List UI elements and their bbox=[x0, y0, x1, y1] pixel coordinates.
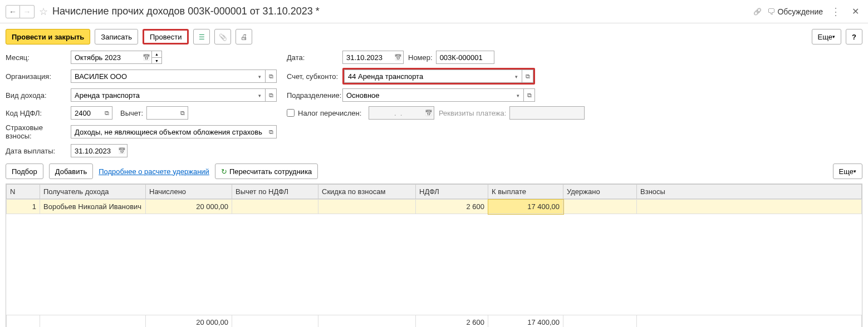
page-title: Начисление прочих доходов 003К-000001 от… bbox=[52, 6, 753, 17]
chevron-down-icon bbox=[258, 92, 261, 98]
department-label: Подразделение: bbox=[287, 91, 342, 100]
insurance-open-button[interactable] bbox=[266, 125, 277, 138]
cell-withheld[interactable] bbox=[563, 200, 637, 214]
col-n-header[interactable]: N bbox=[7, 185, 40, 199]
org-input[interactable] bbox=[71, 70, 254, 83]
ndfl-code-open-button[interactable] bbox=[101, 106, 112, 120]
open-icon bbox=[269, 92, 273, 99]
total-ndfl: 2 600 bbox=[416, 315, 488, 328]
close-icon[interactable]: ✕ bbox=[849, 6, 862, 17]
month-input[interactable] bbox=[71, 51, 141, 64]
org-open-button[interactable] bbox=[266, 70, 277, 83]
org-dropdown-button[interactable] bbox=[254, 70, 266, 83]
department-dropdown-button[interactable] bbox=[513, 88, 524, 102]
payment-details-input bbox=[509, 106, 585, 120]
post-button[interactable]: Провести bbox=[143, 29, 189, 44]
link-icon[interactable] bbox=[753, 8, 762, 16]
ndfl-code-input[interactable] bbox=[71, 106, 101, 120]
open-icon bbox=[269, 128, 273, 136]
add-row-button[interactable]: Добавить bbox=[49, 164, 93, 179]
tax-transferred-label: Налог перечислен: bbox=[298, 109, 361, 117]
refresh-icon: ↻ bbox=[221, 167, 227, 176]
post-and-close-button[interactable]: Провести и закрыть bbox=[6, 29, 90, 44]
cell-ndfl-deduction[interactable] bbox=[232, 200, 318, 214]
attachments-button[interactable] bbox=[214, 29, 231, 44]
col-insurance-discount-header[interactable]: Скидка по взносам bbox=[318, 185, 416, 199]
payout-date-label: Дата выплаты: bbox=[6, 147, 71, 155]
toolbar-more-button[interactable]: Еще bbox=[812, 29, 841, 44]
table-more-button[interactable]: Еще bbox=[833, 164, 862, 179]
help-button[interactable]: ? bbox=[846, 29, 862, 44]
deduction-open-button[interactable] bbox=[177, 106, 188, 120]
col-to-pay-header[interactable]: К выплате bbox=[488, 185, 563, 199]
cell-insurance-discount[interactable] bbox=[318, 200, 416, 214]
total-to-pay: 17 400,00 bbox=[488, 315, 563, 328]
cell-n[interactable]: 1 bbox=[7, 200, 40, 214]
payout-date-input[interactable] bbox=[71, 144, 116, 157]
income-type-input[interactable] bbox=[71, 88, 254, 102]
print-button[interactable] bbox=[236, 29, 252, 44]
nav-back-button[interactable]: ← bbox=[6, 5, 20, 18]
income-type-open-button[interactable] bbox=[266, 88, 277, 102]
account-dropdown-button[interactable] bbox=[511, 70, 522, 83]
movements-button[interactable] bbox=[193, 29, 210, 44]
col-ndfl-deduction-header[interactable]: Вычет по НДФЛ bbox=[232, 185, 318, 199]
date-calendar-button[interactable] bbox=[393, 51, 404, 64]
save-button[interactable]: Записать bbox=[95, 29, 138, 44]
open-icon bbox=[527, 92, 532, 99]
table-row[interactable]: 1 Воробьев Николай Иванович 20 000,00 2 … bbox=[7, 200, 862, 214]
recalc-employee-button[interactable]: ↻ Пересчитать сотрудника bbox=[215, 164, 318, 179]
number-input[interactable] bbox=[436, 51, 494, 64]
favorite-star-icon[interactable]: ☆ bbox=[39, 6, 48, 18]
org-label: Организация: bbox=[6, 72, 71, 81]
cell-accrued[interactable]: 20 000,00 bbox=[146, 200, 232, 214]
month-calendar-button[interactable] bbox=[141, 51, 152, 64]
tax-transferred-date-calendar-button bbox=[423, 106, 434, 120]
cell-contributions[interactable] bbox=[637, 200, 862, 214]
open-icon bbox=[180, 110, 185, 117]
cell-ndfl[interactable]: 2 600 bbox=[416, 200, 488, 214]
insurance-label: Страховые взносы: bbox=[6, 123, 71, 140]
date-label: Дата: bbox=[287, 53, 342, 62]
select-employees-button[interactable]: Подбор bbox=[6, 164, 43, 179]
col-accrued-header[interactable]: Начислено bbox=[146, 185, 232, 199]
department-input[interactable] bbox=[342, 88, 513, 102]
calendar-icon bbox=[143, 54, 150, 61]
deduction-input[interactable] bbox=[146, 106, 177, 120]
calendar-icon bbox=[118, 147, 126, 155]
col-contributions-header[interactable]: Взносы bbox=[637, 185, 862, 199]
chevron-down-icon bbox=[517, 92, 519, 98]
calendar-icon bbox=[425, 110, 433, 117]
tax-transferred-date-input bbox=[369, 106, 423, 120]
deductions-details-link[interactable]: Подробнее о расчете удержаний bbox=[99, 167, 209, 176]
more-menu-icon[interactable]: ⋮ bbox=[828, 6, 843, 18]
income-type-dropdown-button[interactable] bbox=[254, 88, 266, 102]
chevron-down-icon bbox=[258, 73, 261, 80]
cell-to-pay[interactable]: 17 400,00 bbox=[488, 200, 563, 214]
payment-details-label: Реквизиты платежа: bbox=[439, 109, 506, 117]
recalc-label: Пересчитать сотрудника bbox=[229, 167, 312, 176]
insurance-input[interactable] bbox=[71, 125, 266, 138]
open-icon bbox=[105, 110, 109, 117]
date-input[interactable] bbox=[342, 51, 393, 64]
ndfl-code-label: Код НДФЛ: bbox=[6, 109, 71, 117]
discuss-button[interactable]: Обсуждение bbox=[767, 7, 823, 16]
month-up-button[interactable]: ▲ bbox=[152, 51, 162, 57]
tax-transferred-checkbox[interactable] bbox=[287, 109, 295, 117]
col-recipient-header[interactable]: Получатель дохода bbox=[40, 185, 146, 199]
discuss-label: Обсуждение bbox=[777, 7, 823, 16]
month-down-button[interactable]: ▼ bbox=[152, 57, 162, 64]
col-withheld-header[interactable]: Удержано bbox=[563, 185, 637, 199]
account-input[interactable] bbox=[344, 70, 511, 83]
cell-recipient[interactable]: Воробьев Николай Иванович bbox=[40, 200, 146, 214]
print-icon bbox=[241, 33, 248, 41]
account-open-button[interactable] bbox=[522, 70, 533, 83]
nav-forward-button[interactable]: → bbox=[20, 5, 35, 18]
open-icon bbox=[526, 73, 530, 80]
department-open-button[interactable] bbox=[524, 88, 535, 102]
total-accrued: 20 000,00 bbox=[146, 315, 232, 328]
account-label: Счет, субконто: bbox=[287, 72, 342, 81]
col-ndfl-header[interactable]: НДФЛ bbox=[416, 185, 488, 199]
month-label: Месяц: bbox=[6, 53, 71, 62]
payout-date-calendar-button[interactable] bbox=[116, 144, 127, 157]
